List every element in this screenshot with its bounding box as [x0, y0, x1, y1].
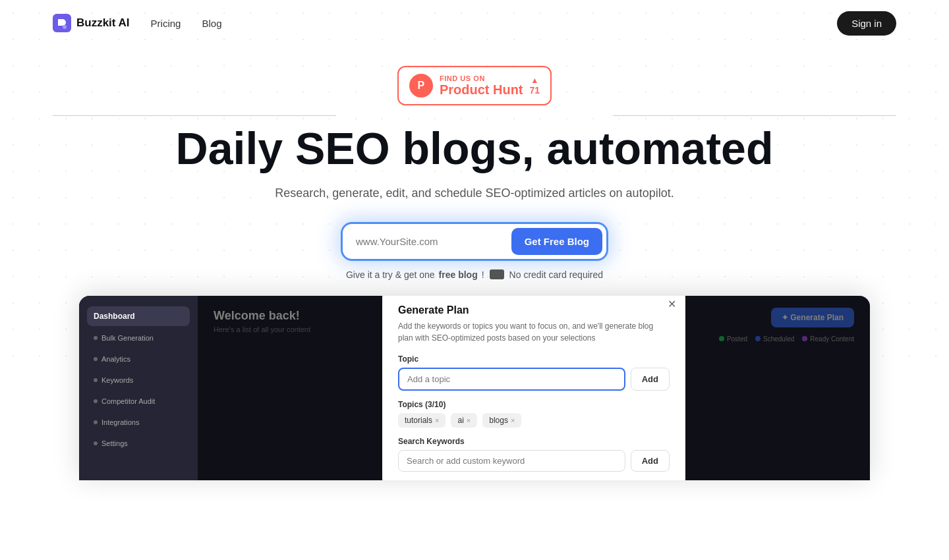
product-hunt-badge[interactable]: P FIND US ON Product Hunt ▲ 71 — [397, 66, 552, 105]
sidebar-item-analytics[interactable]: Analytics — [87, 350, 190, 368]
tag-ai: ai × — [451, 413, 477, 428]
tags-row: tutorials × ai × blogs × — [398, 413, 670, 428]
tag-tutorials-remove[interactable]: × — [435, 416, 439, 424]
input-caption: Give it a try & get one free blog ! No c… — [346, 269, 603, 280]
app-screenshot: Dashboard Bulk Generation Analytics Keyw… — [79, 296, 870, 480]
svg-point-1 — [63, 25, 67, 29]
sidebar-item-settings[interactable]: Settings — [87, 434, 190, 453]
url-input-area: Get Free Blog — [343, 224, 606, 259]
tag-ai-remove[interactable]: × — [467, 416, 471, 424]
sidebar-dot-icon — [94, 420, 98, 424]
product-hunt-icon: P — [409, 74, 433, 98]
sidebar-item-bulk-generation[interactable]: Bulk Generation — [87, 329, 190, 347]
caption-suffix: ! — [482, 269, 484, 280]
hero-subheading: Research, generate, edit, and schedule S… — [275, 186, 674, 200]
product-hunt-text: FIND US ON Product Hunt — [440, 74, 523, 97]
decorative-line-left — [53, 115, 336, 116]
caption-bold: free blog — [439, 269, 478, 280]
tag-blogs-remove[interactable]: × — [511, 416, 515, 424]
tag-blogs: blogs × — [482, 413, 521, 428]
product-hunt-name: Product Hunt — [440, 82, 523, 97]
modal-keywords-add-button[interactable]: Add — [631, 450, 670, 472]
modal-close-button[interactable]: ✕ — [668, 298, 676, 310]
url-input[interactable] — [356, 236, 511, 247]
decorative-line-right — [613, 115, 896, 116]
cta-button[interactable]: Get Free Blog — [511, 228, 602, 255]
sidebar-dot-icon — [94, 441, 98, 445]
tag-tutorials: tutorials × — [398, 413, 446, 428]
modal-keywords-label: Search Keywords — [398, 437, 670, 446]
pricing-link[interactable]: Pricing — [151, 18, 181, 29]
logo-icon — [53, 14, 71, 32]
modal-title: Generate Plan — [398, 304, 670, 316]
sidebar-dot-icon — [94, 399, 98, 403]
modal-keywords-input-row: Add — [398, 450, 670, 472]
modal-topics-label: Topics (3/10) — [398, 400, 670, 409]
vote-count: 71 — [530, 85, 540, 96]
blog-link[interactable]: Blog — [202, 18, 221, 29]
product-hunt-votes: ▲ 71 — [530, 76, 540, 96]
sidebar-item-dashboard[interactable]: Dashboard — [87, 306, 190, 326]
hero-heading: Daily SEO blogs, automated — [176, 124, 774, 173]
logo[interactable]: Buzzkit AI — [53, 14, 130, 32]
app-main-content: Welcome back! Here's a list of all your … — [198, 296, 870, 480]
app-sidebar: Dashboard Bulk Generation Analytics Keyw… — [79, 296, 198, 480]
modal-topic-input[interactable] — [398, 368, 625, 391]
generate-plan-modal: ✕ Generate Plan Add the keywords or topi… — [382, 296, 685, 480]
modal-topic-input-row: Add — [398, 368, 670, 391]
logo-text: Buzzkit AI — [76, 16, 130, 30]
sidebar-dot-icon — [94, 357, 98, 361]
caption-prefix: Give it a try & get one — [346, 269, 435, 280]
modal-keywords-input[interactable] — [398, 450, 625, 472]
sidebar-dot-icon — [94, 378, 98, 382]
modal-topic-add-button[interactable]: Add — [631, 368, 670, 391]
sidebar-item-competitor-audit[interactable]: Competitor Audit — [87, 392, 190, 410]
modal-overlay: ✕ Generate Plan Add the keywords or topi… — [198, 296, 870, 480]
sidebar-item-keywords[interactable]: Keywords — [87, 371, 190, 389]
sidebar-dot-icon — [94, 336, 98, 340]
signin-button[interactable]: Sign in — [837, 11, 896, 36]
credit-card-icon — [490, 269, 504, 279]
modal-description: Add the keywords or topics you want to f… — [398, 320, 670, 344]
find-us-label: FIND US ON — [440, 74, 523, 82]
no-credit-card-text: No credit card required — [509, 269, 603, 280]
sidebar-item-integrations[interactable]: Integrations — [87, 413, 190, 432]
modal-topic-label: Topic — [398, 354, 670, 364]
vote-arrow-icon: ▲ — [531, 76, 538, 85]
